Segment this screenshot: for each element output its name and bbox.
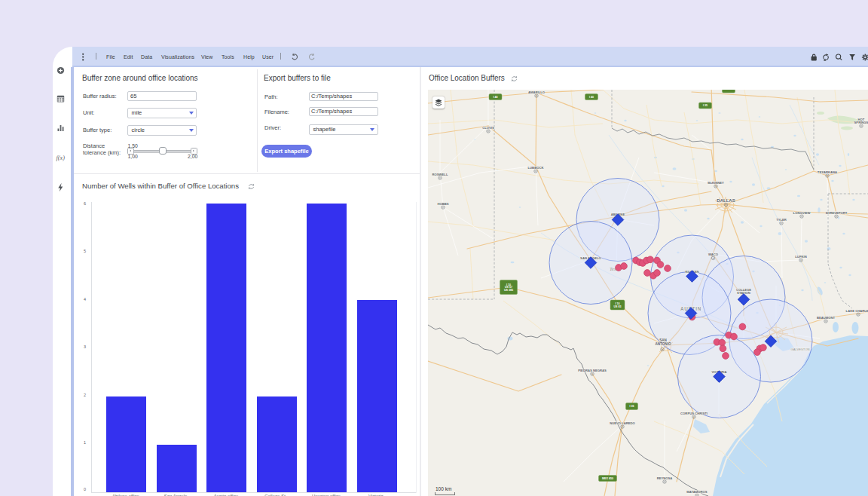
svg-text:GALVESTON: GALVESTON [790, 348, 809, 351]
svg-text:AMARILLO: AMARILLO [528, 90, 546, 94]
svg-text:LONGVIEW: LONGVIEW [793, 211, 811, 215]
svg-text:TYLER: TYLER [776, 218, 787, 222]
svg-text:MEX 850: MEX 850 [602, 477, 613, 480]
svg-text:f(x): f(x) [57, 155, 66, 161]
svg-text:ROSWELL: ROSWELL [432, 173, 448, 176]
svg-text:TEXARKANA: TEXARKANA [818, 170, 837, 174]
svg-text:I 35: I 35 [630, 405, 634, 408]
svg-text:LUFKIN: LUFKIN [795, 255, 806, 259]
svg-text:CLOVIS: CLOVIS [482, 126, 494, 130]
svg-text:ANTONIO: ANTONIO [655, 342, 671, 346]
svg-text:I 40: I 40 [494, 96, 498, 99]
svg-text:NUEVO LAREDO: NUEVO LAREDO [610, 421, 635, 425]
svg-text:SHREVEPORT: SHREVEPORT [826, 211, 848, 215]
svg-text:US 385: US 385 [504, 289, 513, 292]
svg-text:PIEDRAS NEGRAS: PIEDRAS NEGRAS [578, 369, 607, 372]
svg-text:LUBBOCK: LUBBOCK [528, 166, 544, 170]
svg-text:MATAMOROS: MATAMOROS [686, 490, 707, 494]
svg-text:WACO: WACO [708, 253, 719, 256]
svg-text:SPRINGS: SPRINGS [854, 121, 868, 124]
svg-text:I 40: I 40 [589, 96, 594, 99]
svg-text:BEAUMONT: BEAUMONT [817, 316, 836, 320]
svg-text:I 35: I 35 [703, 104, 708, 107]
svg-text:CORPUS CHRISTI: CORPUS CHRISTI [680, 412, 708, 415]
svg-text:US 83: US 83 [614, 305, 622, 308]
svg-text:McKINNEY: McKINNEY [708, 181, 724, 185]
svg-text:HOBBS: HOBBS [437, 202, 448, 206]
svg-text:REYNOSA: REYNOSA [657, 476, 673, 480]
svg-text:LAKE CHARLES: LAKE CHARLES [846, 309, 868, 313]
svg-text:DALLAS: DALLAS [717, 198, 735, 203]
